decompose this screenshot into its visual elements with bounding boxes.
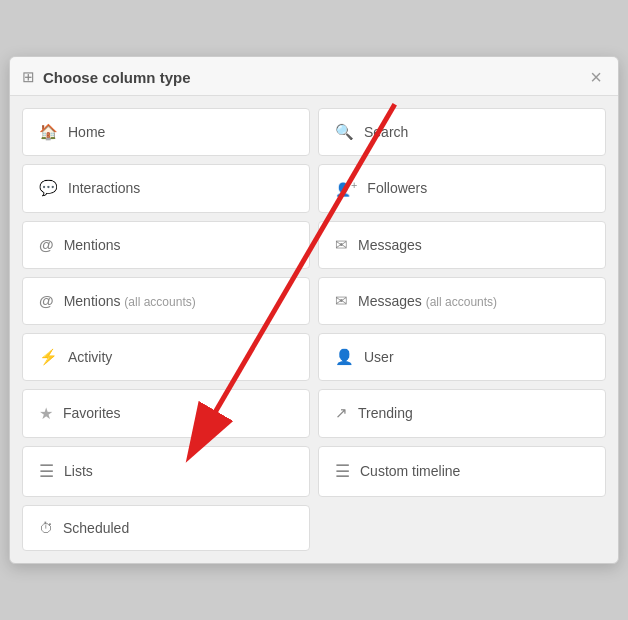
mentions-all-label: Mentions (all accounts) [64, 293, 196, 309]
messages-label: Messages [358, 237, 422, 253]
home-label: Home [68, 124, 105, 140]
column-type-mentions-all[interactable]: @ Mentions (all accounts) [22, 277, 310, 325]
dialog-header: ⊞ Choose column type × [10, 57, 618, 96]
column-type-lists[interactable]: ☰ Lists [22, 446, 310, 497]
column-type-favorites[interactable]: ★ Favorites [22, 389, 310, 438]
interactions-label: Interactions [68, 180, 140, 196]
mentions-all-sub: (all accounts) [124, 295, 195, 309]
column-type-home[interactable]: 🏠 Home [22, 108, 310, 156]
user-icon: 👤 [335, 348, 354, 366]
column-type-followers[interactable]: 👤+ Followers [318, 164, 606, 212]
mentions-all-icon: @ [39, 292, 54, 309]
user-label: User [364, 349, 394, 365]
favorites-label: Favorites [63, 405, 121, 421]
custom-timeline-icon: ☰ [335, 461, 350, 482]
scheduled-icon: ⏱ [39, 520, 53, 536]
search-label: Search [364, 124, 408, 140]
lists-icon: ☰ [39, 461, 54, 482]
followers-icon: 👤+ [335, 179, 357, 197]
activity-icon: ⚡ [39, 348, 58, 366]
column-type-activity[interactable]: ⚡ Activity [22, 333, 310, 381]
activity-label: Activity [68, 349, 112, 365]
interactions-icon: 💬 [39, 179, 58, 197]
dialog-body: 🏠 Home 🔍 Search 💬 Interactions 👤+ Follow… [10, 96, 618, 562]
column-type-messages-all[interactable]: ✉ Messages (all accounts) [318, 277, 606, 325]
scheduled-label: Scheduled [63, 520, 129, 536]
messages-all-label: Messages (all accounts) [358, 293, 497, 309]
favorites-icon: ★ [39, 404, 53, 423]
close-button[interactable]: × [588, 67, 604, 87]
trending-label: Trending [358, 405, 413, 421]
column-type-mentions[interactable]: @ Mentions [22, 221, 310, 269]
trending-icon: ↗ [335, 404, 348, 422]
column-type-custom-timeline[interactable]: ☰ Custom timeline [318, 446, 606, 497]
column-type-interactions[interactable]: 💬 Interactions [22, 164, 310, 212]
home-icon: 🏠 [39, 123, 58, 141]
column-type-user[interactable]: 👤 User [318, 333, 606, 381]
dialog-title-wrap: ⊞ Choose column type [22, 68, 191, 86]
custom-timeline-label: Custom timeline [360, 463, 460, 479]
column-type-search[interactable]: 🔍 Search [318, 108, 606, 156]
search-icon: 🔍 [335, 123, 354, 141]
mentions-label: Mentions [64, 237, 121, 253]
followers-label: Followers [367, 180, 427, 196]
lists-label: Lists [64, 463, 93, 479]
column-type-trending[interactable]: ↗ Trending [318, 389, 606, 438]
messages-all-icon: ✉ [335, 292, 348, 310]
messages-all-sub: (all accounts) [426, 295, 497, 309]
column-type-grid: 🏠 Home 🔍 Search 💬 Interactions 👤+ Follow… [22, 108, 606, 550]
header-grid-icon: ⊞ [22, 68, 35, 86]
column-type-scheduled[interactable]: ⏱ Scheduled [22, 505, 310, 551]
choose-column-dialog: ⊞ Choose column type × 🏠 Home 🔍 Search 💬… [9, 56, 619, 563]
column-type-messages[interactable]: ✉ Messages [318, 221, 606, 269]
mentions-icon: @ [39, 236, 54, 253]
dialog-title: Choose column type [43, 69, 191, 86]
messages-icon: ✉ [335, 236, 348, 254]
